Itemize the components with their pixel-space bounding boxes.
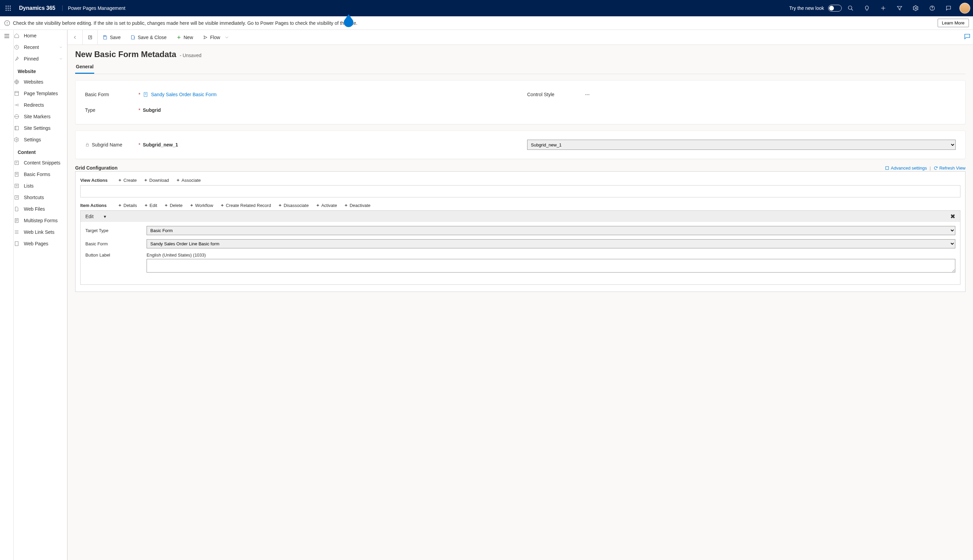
nav-settings[interactable]: Settings [13,134,67,145]
action-workflow[interactable]: ＋Workflow [189,202,213,208]
action-deactivate[interactable]: ＋Deactivate [344,202,370,208]
save-close-button[interactable]: Save & Close [125,30,171,45]
svg-rect-27 [15,127,19,130]
nav-multistep-forms[interactable]: Multistep Forms [13,215,67,226]
advanced-settings-link[interactable]: Advanced settings [885,165,927,171]
nav-label: Shortcuts [24,195,44,200]
basic-form-link[interactable]: Sandy Sales Order Basic Form [151,92,217,97]
svg-rect-52 [886,167,889,170]
nav-group-website: Website [13,65,67,76]
general-section-card: Basic Form * Sandy Sales Order Basic For… [75,80,966,124]
action-download[interactable]: ＋Download [144,177,169,183]
nav-site-markers[interactable]: Site Markers [13,111,67,122]
nav-label: Websites [24,79,43,85]
copilot-button[interactable] [963,33,971,40]
action-associate[interactable]: ＋Associate [176,177,201,183]
nav-home[interactable]: Home [13,30,67,42]
sliders-icon [13,125,20,131]
action-activate[interactable]: ＋Activate [316,202,337,208]
search-button[interactable] [843,0,858,16]
shortcut-icon [13,194,20,200]
action-delete[interactable]: ＋Delete [164,202,182,208]
nav-web-files[interactable]: Web Files [13,203,67,215]
try-new-look-toggle[interactable] [828,5,842,12]
command-bar: Save Save & Close New Flow [68,30,973,45]
settings-button[interactable] [908,0,923,16]
view-actions-label: View Actions [80,178,111,183]
help-button[interactable] [925,0,940,16]
nav-label: Home [24,33,37,38]
nav-label: Page Templates [24,91,58,96]
flow-button[interactable]: Flow [198,30,235,45]
nav-label: Multistep Forms [24,218,58,223]
learn-more-button[interactable]: Learn More [938,19,969,27]
save-button[interactable]: Save [98,30,125,45]
nav-label: Content Snippets [24,160,60,165]
svg-point-0 [6,6,7,7]
nav-pinned[interactable]: Pinned [13,53,67,65]
field-value-control-style[interactable]: --- [585,92,956,97]
field-value-basic-form[interactable]: Sandy Sales Order Basic Form [143,92,513,97]
notification-text: Check the site visibility before editing… [13,20,358,26]
edit-action-header[interactable]: Edit ▾ ✖ [80,210,960,222]
nav-shortcuts[interactable]: Shortcuts [13,192,67,203]
svg-rect-51 [86,144,89,146]
nav-websites[interactable]: Websites [13,76,67,88]
svg-point-4 [8,8,9,9]
close-icon[interactable]: ✖ [950,213,955,220]
teaching-callout-icon [343,14,354,28]
subgrid-select[interactable]: Subgrid_new_1 [527,140,956,150]
app-launcher-button[interactable] [3,3,13,13]
chat-button[interactable] [941,0,956,16]
action-details[interactable]: ＋Details [118,202,137,208]
nav-label: Redirects [24,102,44,108]
action-create[interactable]: ＋Create [118,177,137,183]
add-button[interactable] [876,0,891,16]
nav-site-settings[interactable]: Site Settings [13,122,67,134]
target-type-select[interactable]: Basic Form [147,226,955,235]
nav-label: Site Markers [24,114,51,119]
svg-rect-24 [15,92,19,95]
pin-icon [13,56,20,62]
nav-web-pages[interactable]: Web Pages [13,238,67,249]
nav-basic-forms[interactable]: Basic Forms [13,168,67,180]
action-create-related[interactable]: ＋Create Related Record [220,202,271,208]
nav-label: Settings [24,137,41,142]
refresh-view-link[interactable]: Refresh View [934,165,966,171]
nav-label: Site Settings [24,125,51,131]
field-label-basic-form: Basic Form [85,92,136,97]
globe-icon [13,79,20,85]
nav-page-templates[interactable]: Page Templates [13,88,67,99]
button-label-input[interactable] [147,259,955,273]
nav-recent[interactable]: Recent [13,42,67,53]
grid-config-title: Grid Configuration [75,165,117,171]
action-disassociate[interactable]: ＋Disassociate [278,202,309,208]
nav-content-snippets[interactable]: Content Snippets [13,157,67,168]
caret-down-icon: ▾ [104,214,106,219]
hamburger-button[interactable] [4,33,10,39]
nav-lists[interactable]: Lists [13,180,67,192]
brand-title[interactable]: Dynamics 365 [19,5,55,11]
action-edit[interactable]: ＋Edit [144,202,157,208]
form-tabs: General [75,61,966,74]
back-button[interactable] [68,30,83,45]
field-label-control-style: Control Style [527,92,578,97]
svg-point-29 [16,139,17,140]
tab-general[interactable]: General [75,61,94,74]
new-button[interactable]: New [171,30,198,45]
user-avatar[interactable] [960,3,970,13]
basic-form-select[interactable]: Sandy Sales Order Line Basic form [147,239,955,248]
nav-group-content: Content [13,145,67,157]
sidebar-nav: Home Recent Pinned Website Websites Page… [13,30,67,560]
form-icon [143,92,148,97]
nav-web-link-sets[interactable]: Web Link Sets [13,226,67,238]
open-new-window-button[interactable] [83,30,98,45]
insights-button[interactable] [859,0,874,16]
form-icon [13,171,20,177]
filter-button[interactable] [892,0,907,16]
nav-redirects[interactable]: Redirects [13,99,67,111]
button-label-language: English (United States) (1033) [147,252,955,258]
grid-config-panel: View Actions ＋Create ＋Download ＋Associat… [75,171,966,292]
save-label: Save [110,35,121,40]
field-value-type[interactable]: Subgrid [143,107,513,113]
